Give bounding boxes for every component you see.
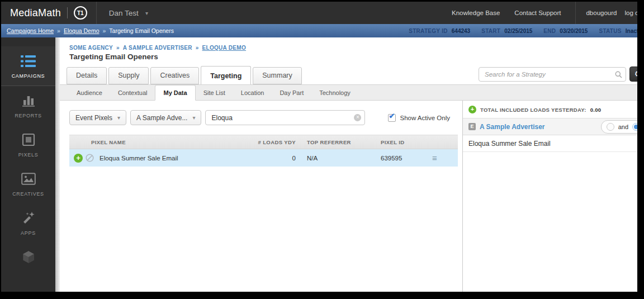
strategy-search-input[interactable] [479,67,626,82]
chevron-down-icon: ▾ [192,115,195,121]
pixel-search: × [205,110,365,125]
t1-logo-icon: T1 [74,6,87,20]
mediamath-logo: MediaMath [10,7,61,19]
subtab-my-data[interactable]: My Data [155,85,195,101]
and-or-toggle: and [601,120,637,134]
context-campaign-link[interactable]: ELOQUA DEMO [202,45,247,51]
user-context-menu[interactable]: Dan Test ▾ [109,9,148,17]
sidebar-item-label: REPORTS [15,113,41,118]
column-pixel-name: PIXEL NAME [69,139,242,145]
search-icon [615,70,622,80]
topbar-right-links: Knowledge Base Contact Support dbougourd… [452,2,637,24]
include-pixel-icon[interactable]: + [74,154,83,163]
strategy-breadcrumb-bar: Campaigns Home » Eloqua Demo » Targeting… [1,24,637,37]
sidebar-item-apps[interactable]: APPS [1,203,55,243]
show-active-checkbox[interactable]: ✔ [388,114,396,122]
column-pixel-id: PIXEL ID [381,139,432,145]
column-top-referrer: TOP REFERRER [296,139,381,145]
subtab-audience[interactable]: Audience [69,86,110,100]
tab-targeting[interactable]: Targeting [201,66,251,85]
subtab-day-part[interactable]: Day Part [272,86,311,100]
advertiser-group-link[interactable]: A Sample Advertiser [480,123,545,131]
context-agency: SOME AGENCY [69,45,113,51]
pixel-filter-row: Event Pixels ▾ A Sample Adve... ▾ × [69,110,458,125]
tab-creatives[interactable]: Creatives [150,67,199,84]
pixel-search-input[interactable] [205,110,365,125]
magic-wand-icon [22,210,35,226]
sidebar-item-label: APPS [21,230,36,236]
left-nav-sidebar: CAMPAIGNS REPORTS PIXELS CREATIVES [1,37,55,292]
table-row[interactable]: + Eloqua Summer Sale Email 0 N/A 639595 … [69,149,458,167]
loads-ydy-cell: 0 [242,155,296,162]
tab-summary[interactable]: Summary [253,67,301,84]
pixel-browser-pane: Event Pixels ▾ A Sample Adve... ▾ × [60,101,462,292]
context-separator: » [116,45,120,51]
status-value: Inactive [626,28,637,34]
operator-or-radio[interactable] [607,123,614,131]
topbar-divider [96,2,97,24]
context-separator: » [196,45,199,51]
show-active-only-control: ✔ Show Active Only [388,114,450,122]
knowledge-base-link[interactable]: Knowledge Base [452,10,500,16]
subtab-site-list[interactable]: Site List [196,86,233,100]
top-referrer-cell: N/A [296,155,381,162]
main-content: SOME AGENCY » A SAMPLE ADVERTISER » ELOQ… [60,37,637,292]
logout-link[interactable]: log out [624,10,637,16]
pixel-name-cell: Eloqua Summer Sale Email [100,155,178,162]
entity-type-badge: E [468,123,476,130]
sidebar-content-divider [55,37,60,292]
sidebar-item-label: PIXELS [18,152,39,158]
show-active-label: Show Active Only [400,115,450,121]
pixel-table: PIXEL NAME # LOADS YDY TOP REFERRER PIXE… [69,135,458,167]
sidebar-item-admin[interactable] [1,243,55,272]
top-bar: MediaMath T1 Dan Test ▾ Knowledge Base C… [1,2,637,24]
context-breadcrumb: SOME AGENCY » A SAMPLE ADVERTISER » ELOQ… [60,37,637,51]
subtab-location[interactable]: Location [233,86,272,100]
status-label: STATUS [599,28,621,34]
settings-gear-button[interactable]: ⚙ [629,67,637,82]
cube-icon [21,249,36,265]
end-date-value: 03/20/2015 [560,28,588,34]
total-included-loads: + TOTAL INCLUDED LOADS YESTERDAY: 0.00 [463,101,637,118]
advertiser-dropdown-label: A Sample Adve... [136,114,187,122]
breadcrumb-campaigns-home[interactable]: Campaigns Home [7,27,54,34]
sidebar-item-campaigns[interactable]: CAMPAIGNS [1,46,55,86]
campaigns-list-icon [21,53,36,69]
tab-supply[interactable]: Supply [108,67,149,84]
sidebar-item-label: CREATIVES [12,191,44,197]
username-label: dbougourd [586,10,617,16]
end-date-label: END [543,28,556,34]
chevron-down-icon: ▾ [117,115,120,121]
breadcrumb-campaign[interactable]: Eloqua Demo [64,27,100,34]
operator-and-label: and [618,124,628,130]
sidebar-item-pixels[interactable]: PIXELS [1,125,55,164]
sidebar-item-creatives[interactable]: CREATIVES [1,164,55,203]
context-advertiser: A SAMPLE ADVERTISER [123,45,192,51]
total-included-label: TOTAL INCLUDED LOADS YESTERDAY: [480,107,586,113]
page-title: Targeting Email Openers [60,51,637,61]
subtab-contextual[interactable]: Contextual [110,86,155,100]
chevron-down-icon: ▾ [145,10,148,16]
operator-and-radio[interactable] [632,123,637,131]
gear-icon: ⚙ [634,69,637,78]
image-icon [21,170,36,187]
advertiser-group-row: E A Sample Advertiser and [463,118,637,135]
sidebar-item-reports[interactable]: REPORTS [1,86,55,125]
advertiser-dropdown[interactable]: A Sample Adve... ▾ [130,110,201,125]
included-plus-icon: + [468,106,476,113]
strategy-meta: STRATEGY ID644243 START02/25/2015 END03/… [409,28,637,34]
total-included-value: 0.00 [590,107,602,113]
strategy-id-value: 644243 [452,28,470,34]
pixel-type-dropdown-label: Event Pixels [75,114,112,122]
subtab-technology[interactable]: Technology [311,86,358,100]
user-context-label: Dan Test [109,9,139,17]
pixel-type-dropdown[interactable]: Event Pixels ▾ [69,110,126,125]
exclude-pixel-icon[interactable] [86,154,94,162]
targeting-subtabs: Audience Contextual My Data Site List Lo… [60,84,637,101]
row-menu-icon[interactable]: ≡ [432,153,437,163]
tab-details[interactable]: Details [67,67,107,84]
pixel-table-header: PIXEL NAME # LOADS YDY TOP REFERRER PIXE… [69,135,458,149]
contact-support-link[interactable]: Contact Support [514,10,561,16]
breadcrumb: Campaigns Home » Eloqua Demo » Targeting… [7,27,174,34]
logo-divider [67,7,68,18]
